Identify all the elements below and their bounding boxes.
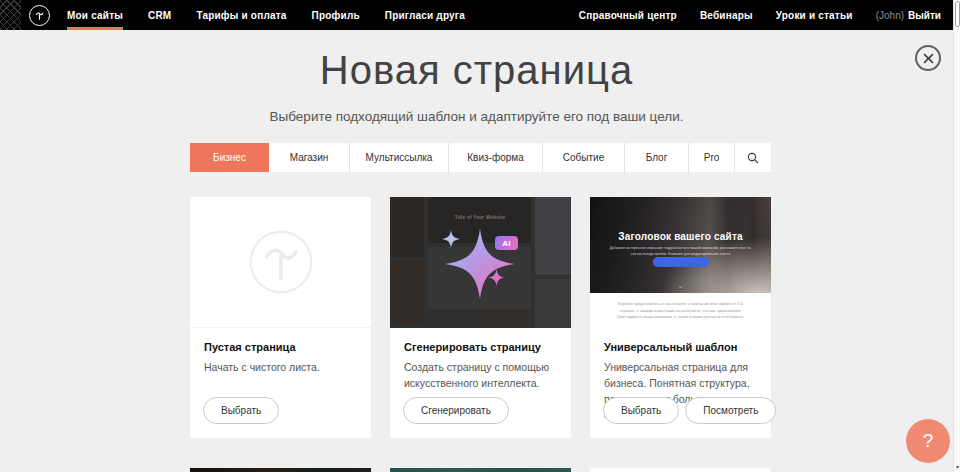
topbar-nav-right: Справочный центр Вебинары Уроки и статьи… (556, 0, 941, 30)
user-name: (John) (876, 10, 904, 21)
card-actions: Выбрать Посмотреть (603, 397, 776, 424)
template-preview-subheading: Добавьте интересное описание: подробност… (608, 246, 753, 258)
tilda-watermark-icon (248, 229, 314, 295)
nav-help-center[interactable]: Справочный центр (579, 0, 677, 30)
card-ai-generate-body: Сгенерировать страницу Создать страницу … (390, 328, 571, 392)
nav-crm[interactable]: CRM (148, 0, 171, 30)
ai-sparkle-small-icon (488, 269, 505, 286)
card-universal-template-thumbnail[interactable]: Заголовок вашего сайта Добавьте интересн… (590, 197, 771, 328)
preview-button[interactable]: Посмотреть (685, 397, 776, 424)
tab-event[interactable]: Событие (543, 143, 625, 172)
nav-webinars[interactable]: Вебинары (700, 0, 753, 30)
scrollbar-down-arrow-icon[interactable]: ▾ (954, 464, 960, 470)
template-preview-body-text: Коротко представьтесь и расскажите о ком… (616, 301, 745, 321)
nav-invite-friend[interactable]: Пригласи друга (385, 0, 465, 30)
tilda-logo-icon[interactable] (29, 5, 50, 26)
card-blank-page-thumbnail[interactable] (190, 197, 371, 328)
scrollbar-thumb[interactable] (955, 1, 960, 27)
tab-business[interactable]: Бизнес (190, 143, 269, 172)
select-button[interactable]: Выбрать (203, 397, 279, 424)
help-button[interactable]: ? (906, 419, 950, 463)
chevron-down-icon: ⌄ (590, 282, 771, 289)
template-preview-text-section: Коротко представьтесь и расскажите о ком… (590, 293, 771, 328)
page-subtitle: Выберите подходящий шаблон и адаптируйте… (0, 109, 953, 124)
card-ai-generate-thumbnail[interactable]: Title of Your Website (390, 197, 571, 328)
card-actions: Сгенерировать (403, 397, 509, 424)
tab-store[interactable]: Магазин (269, 143, 350, 172)
nav-plans-payment[interactable]: Тарифы и оплата (196, 0, 286, 30)
card-description: Начать с чистого листа. (204, 360, 357, 376)
topbar-nav-left: Мои сайты CRM Тарифы и оплата Профиль Пр… (67, 0, 490, 30)
tab-search-button[interactable] (735, 143, 771, 172)
logout-link[interactable]: Выйти (908, 10, 941, 21)
nav-my-sites[interactable]: Мои сайты (67, 0, 123, 30)
card-thumbnail-partial[interactable] (590, 468, 771, 472)
select-button[interactable]: Выбрать (603, 397, 679, 424)
tab-pro[interactable]: Pro (689, 143, 735, 172)
magnifier-icon (747, 152, 759, 164)
vertical-scrollbar[interactable]: ▾ (953, 0, 960, 472)
card-title: Сгенерировать страницу (404, 341, 557, 353)
card-title: Пустая страница (204, 341, 357, 353)
user-logout-block[interactable]: (John) Выйти (876, 0, 941, 30)
question-mark-icon: ? (923, 430, 934, 452)
template-preview-cta-button (653, 257, 709, 267)
card-thumbnail-partial[interactable] (390, 468, 571, 472)
card-thumbnail-partial[interactable] (190, 468, 371, 472)
nav-profile[interactable]: Профиль (312, 0, 360, 30)
topbar: Мои сайты CRM Тарифы и оплата Профиль Пр… (0, 0, 953, 30)
close-button[interactable] (915, 45, 941, 71)
generate-button[interactable]: Сгенерировать (403, 397, 509, 424)
card-actions: Выбрать (203, 397, 279, 424)
card-title: Универсальный шаблон (604, 341, 757, 353)
tab-quiz-form[interactable]: Квиз-форма (449, 143, 543, 172)
page-title: Новая страница (0, 48, 953, 93)
template-preview-hero: Заголовок вашего сайта Добавьте интересн… (590, 197, 771, 293)
template-cards-row-2 (190, 468, 771, 472)
topbar-texture (0, 0, 21, 30)
ai-badge: AI (495, 236, 518, 250)
template-category-tabs: Бизнес Магазин Мультиссылка Квиз-форма С… (190, 143, 771, 172)
card-ai-generate: Title of Your Website (390, 197, 571, 438)
tab-blog[interactable]: Блог (625, 143, 689, 172)
ai-sparkle-small-icon (442, 230, 460, 248)
card-blank-page: Пустая страница Начать с чистого листа. … (190, 197, 371, 438)
nav-lessons-articles[interactable]: Уроки и статьи (776, 0, 853, 30)
tab-multilink[interactable]: Мультиссылка (350, 143, 449, 172)
template-cards-row: Пустая страница Начать с чистого листа. … (190, 197, 771, 438)
close-icon (923, 53, 934, 64)
template-preview-heading: Заголовок вашего сайта (590, 231, 771, 242)
card-description: Создать страницу с помощью искусственног… (404, 360, 557, 392)
card-blank-page-body: Пустая страница Начать с чистого листа. (190, 328, 371, 376)
card-universal-template: Заголовок вашего сайта Добавьте интересн… (590, 197, 771, 438)
